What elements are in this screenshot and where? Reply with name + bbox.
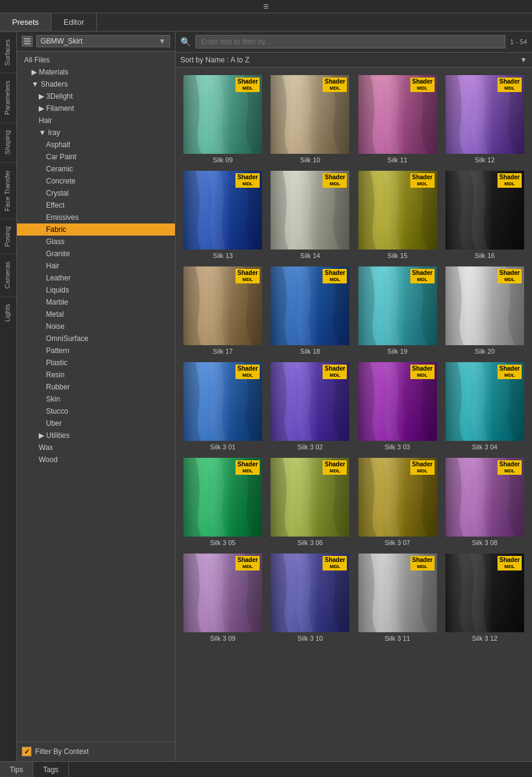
item-label-silk16: Silk 16 — [475, 252, 494, 259]
tree-item-emissives[interactable]: Emissives — [17, 211, 175, 223]
tree-item-hair-shader[interactable]: Hair — [17, 114, 175, 127]
grid-item-silk12[interactable]: ShaderMDLSilk 12 — [442, 73, 527, 166]
item-label-silk307: Silk 3 07 — [385, 539, 410, 546]
tree-item-stucco[interactable]: Stucco — [17, 405, 175, 417]
grid-item-silk19[interactable]: ShaderMDLSilk 19 — [355, 264, 440, 357]
tree-item-leather[interactable]: Leather — [17, 272, 175, 284]
filter-label: Filter By Context — [35, 747, 89, 756]
grid-item-silk11[interactable]: ShaderMDLSilk 11 — [355, 73, 440, 166]
tree-item-filament[interactable]: ▶ Filament — [17, 102, 175, 114]
tree-item-plastic[interactable]: Plastic — [17, 357, 175, 369]
main-layout: Surfaces Parameters Shaping Face Transfe… — [0, 31, 532, 761]
side-tab-face-transfer[interactable]: Face Transfer — [0, 162, 16, 219]
sort-bar[interactable]: Sort by Name : A to Z ▼ — [176, 53, 532, 68]
preset-icon — [22, 36, 33, 47]
grid-item-silk17[interactable]: ShaderMDLSilk 17 — [180, 264, 265, 357]
tree-item-iray[interactable]: ▼ Iray — [17, 127, 175, 139]
grid-item-silk16[interactable]: ShaderMDLSilk 16 — [442, 168, 527, 262]
grid-item-silk20[interactable]: ShaderMDLSilk 20 — [442, 264, 527, 357]
grid-item-silk10[interactable]: ShaderMDLSilk 10 — [268, 73, 352, 166]
shader-badge: ShaderMDL — [498, 78, 522, 92]
grid-item-silk_b4[interactable]: ShaderMDLSilk 3 12 — [442, 551, 527, 644]
preset-label: GBMW_Skirt — [41, 37, 82, 45]
tree-item-concrete[interactable]: Concrete — [17, 175, 175, 187]
tree-item-liquids[interactable]: Liquids — [17, 284, 175, 296]
tab-tips[interactable]: Tips — [0, 762, 33, 777]
item-label-silk304: Silk 3 04 — [472, 443, 498, 451]
bottom-bar: Tips Tags — [0, 761, 532, 777]
tree-item-omnisurface[interactable]: OmniSurface — [17, 332, 175, 345]
grid-item-silk_b1[interactable]: ShaderMDLSilk 3 09 — [180, 551, 265, 644]
shader-badge: ShaderMDL — [498, 556, 522, 570]
grid-item-silk307[interactable]: ShaderMDLSilk 3 07 — [355, 455, 440, 549]
tree-item-marble[interactable]: Marble — [17, 296, 175, 308]
search-input[interactable] — [195, 35, 505, 48]
preset-dropdown[interactable]: GBMW_Skirt ▼ — [36, 35, 170, 47]
side-tab-lights[interactable]: Lights — [0, 296, 16, 329]
tree-item-3delight[interactable]: ▶ 3Delight — [17, 90, 175, 102]
grid-item-silk_b3[interactable]: ShaderMDLSilk 3 11 — [355, 551, 440, 644]
tab-presets[interactable]: Presets — [0, 13, 51, 31]
tree-item-ceramic[interactable]: Ceramic — [17, 163, 175, 175]
shader-badge: ShaderMDL — [498, 173, 522, 188]
tab-tags[interactable]: Tags — [33, 762, 68, 777]
tree-item-rubber[interactable]: Rubber — [17, 381, 175, 393]
tree-item-car-paint[interactable]: Car Paint — [17, 151, 175, 163]
shader-badge: ShaderMDL — [235, 78, 260, 92]
tree-item-noise[interactable]: Noise — [17, 320, 175, 332]
tree-item-effect[interactable]: Effect — [17, 199, 175, 211]
item-label-silk13: Silk 13 — [213, 252, 233, 259]
tree-item-wax[interactable]: Wax — [17, 441, 175, 454]
shader-badge: ShaderMDL — [235, 556, 260, 570]
grid-item-silk18[interactable]: ShaderMDLSilk 18 — [268, 264, 352, 357]
grid-item-silk14[interactable]: ShaderMDLSilk 14 — [268, 168, 352, 262]
tree-item-fabric[interactable]: Fabric — [17, 223, 175, 236]
tree-item-asphalt[interactable]: Asphalt — [17, 139, 175, 151]
tab-editor[interactable]: Editor — [51, 13, 97, 31]
tree-item-skin[interactable]: Skin — [17, 393, 175, 405]
tree-item-hair-iray[interactable]: Hair — [17, 260, 175, 272]
filter-checkbox[interactable] — [22, 747, 31, 756]
grid-item-silk301[interactable]: ShaderMDLSilk 3 01 — [180, 360, 265, 453]
grid-item-silk302[interactable]: ShaderMDLSilk 3 02 — [268, 360, 352, 453]
item-label-silk303: Silk 3 03 — [385, 443, 410, 451]
side-tab-surfaces[interactable]: Surfaces — [0, 31, 16, 73]
shader-badge: ShaderMDL — [410, 78, 435, 92]
shader-badge: ShaderMDL — [498, 460, 522, 475]
tree-item-metal[interactable]: Metal — [17, 308, 175, 320]
menu-icon[interactable]: ≡ — [263, 1, 269, 12]
tree-item-shaders[interactable]: ▼ Shaders — [17, 78, 175, 90]
shader-badge: ShaderMDL — [323, 173, 347, 188]
grid-item-silk09[interactable]: ShaderMDLSilk 09 — [180, 73, 265, 166]
grid-item-silk305[interactable]: ShaderMDLSilk 3 05 — [180, 455, 265, 549]
tree-item-granite[interactable]: Granite — [17, 248, 175, 260]
tree-item-crystal[interactable]: Crystal — [17, 187, 175, 199]
item-label-silk301: Silk 3 01 — [210, 443, 235, 451]
tree-item-utilities[interactable]: ▶ Utilities — [17, 429, 175, 441]
grid-item-silk15[interactable]: ShaderMDLSilk 15 — [355, 168, 440, 262]
grid: ShaderMDLSilk 09 ShaderMDLSilk 10 Sh — [180, 73, 527, 644]
grid-item-silk304[interactable]: ShaderMDLSilk 3 04 — [442, 360, 527, 453]
tree-item-pattern[interactable]: Pattern — [17, 345, 175, 357]
grid-item-silk308[interactable]: ShaderMDLSilk 3 08 — [442, 455, 527, 549]
tree-item-glass[interactable]: Glass — [17, 236, 175, 248]
grid-item-silk_b2[interactable]: ShaderMDLSilk 3 10 — [268, 551, 352, 644]
shader-badge: ShaderMDL — [498, 269, 522, 283]
shader-badge: ShaderMDL — [498, 365, 522, 379]
grid-item-silk13[interactable]: ShaderMDLSilk 13 — [180, 168, 265, 262]
search-bar: 🔍 1 - 54 — [176, 31, 532, 53]
side-tab-cameras[interactable]: Cameras — [0, 254, 16, 296]
side-tab-posing[interactable]: Posing — [0, 219, 16, 254]
side-tab-parameters[interactable]: Parameters — [0, 73, 16, 122]
tree-item-uber[interactable]: Uber — [17, 417, 175, 429]
tree-item-materials[interactable]: ▶ Materials — [17, 66, 175, 78]
grid-item-silk303[interactable]: ShaderMDLSilk 3 03 — [355, 360, 440, 453]
tree-item-all-files[interactable]: All Files — [17, 54, 175, 66]
shader-badge: ShaderMDL — [323, 556, 347, 570]
item-label-silk308: Silk 3 08 — [472, 539, 498, 546]
grid-item-silk306[interactable]: ShaderMDLSilk 3 06 — [268, 455, 352, 549]
side-tab-shaping[interactable]: Shaping — [0, 122, 16, 162]
tree-item-wood[interactable]: Wood — [17, 454, 175, 466]
tree-item-resin[interactable]: Resin — [17, 369, 175, 381]
item-label-silk14: Silk 14 — [300, 252, 320, 259]
